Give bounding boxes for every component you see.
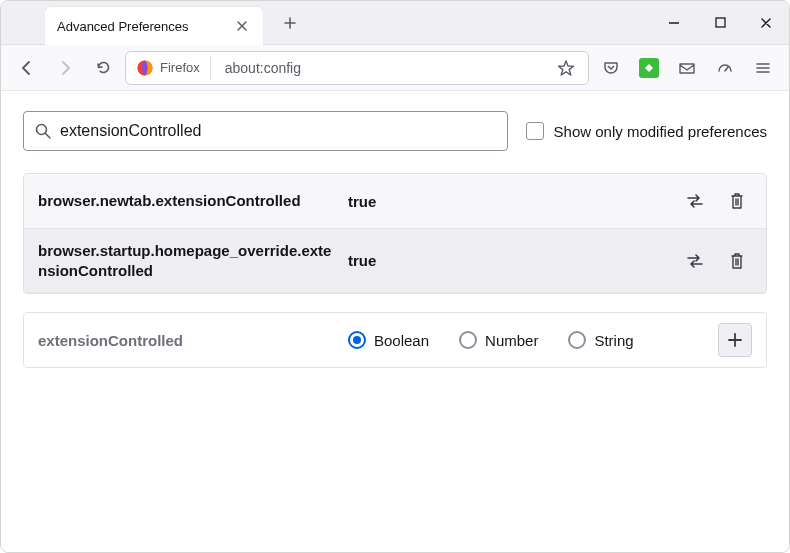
radio-label: Number (485, 332, 538, 349)
svg-rect-0 (716, 18, 725, 27)
radio-label: String (594, 332, 633, 349)
titlebar: Advanced Preferences (1, 1, 789, 45)
identity-label: Firefox (160, 60, 200, 75)
search-input[interactable] (60, 122, 497, 140)
back-button[interactable] (11, 52, 43, 84)
window-controls (651, 1, 789, 44)
firefox-logo-icon (136, 59, 154, 77)
config-page: Show only modified preferences browser.n… (1, 91, 789, 552)
search-box[interactable] (23, 111, 508, 151)
identity-box[interactable]: Firefox (132, 56, 211, 80)
pocket-icon[interactable] (595, 52, 627, 84)
bookmark-star-icon[interactable] (550, 52, 582, 84)
toggle-value-button[interactable] (680, 246, 710, 276)
minimize-button[interactable] (651, 1, 697, 45)
dashboard-icon[interactable] (709, 52, 741, 84)
app-menu-icon[interactable] (747, 52, 779, 84)
nav-toolbar: Firefox about:config (1, 45, 789, 91)
extension-green-icon[interactable] (633, 52, 665, 84)
reload-button[interactable] (87, 52, 119, 84)
type-number-radio[interactable]: Number (459, 331, 538, 349)
close-tab-icon[interactable] (233, 17, 251, 35)
type-string-radio[interactable]: String (568, 331, 633, 349)
inbox-icon[interactable] (671, 52, 703, 84)
close-window-button[interactable] (743, 1, 789, 45)
type-radio-group: Boolean Number String (348, 331, 708, 349)
forward-button[interactable] (49, 52, 81, 84)
pref-value: true (348, 252, 670, 269)
search-row: Show only modified preferences (23, 111, 767, 151)
pref-row[interactable]: browser.newtab.extensionControlled true (24, 174, 766, 229)
pref-name: browser.newtab.extensionControlled (38, 191, 338, 211)
delete-pref-button[interactable] (722, 246, 752, 276)
radio-icon (568, 331, 586, 349)
url-text: about:config (217, 60, 301, 76)
pref-actions (680, 246, 752, 276)
add-pref-button[interactable] (718, 323, 752, 357)
pref-name: browser.startup.homepage_override.extens… (38, 241, 338, 280)
pref-value: true (348, 193, 670, 210)
url-bar[interactable]: Firefox about:config (125, 51, 589, 85)
pref-table: browser.newtab.extensionControlled true … (23, 173, 767, 294)
add-pref-row: extensionControlled Boolean Number Strin… (23, 312, 767, 368)
pref-row[interactable]: browser.startup.homepage_override.extens… (24, 229, 766, 293)
new-pref-name: extensionControlled (38, 332, 338, 349)
new-tab-button[interactable] (275, 8, 305, 38)
app-window: Advanced Preferences (0, 0, 790, 553)
radio-label: Boolean (374, 332, 429, 349)
radio-icon (348, 331, 366, 349)
checkbox-icon (526, 122, 544, 140)
browser-tab[interactable]: Advanced Preferences (45, 7, 263, 45)
type-boolean-radio[interactable]: Boolean (348, 331, 429, 349)
toggle-value-button[interactable] (680, 186, 710, 216)
radio-icon (459, 331, 477, 349)
search-icon (34, 122, 52, 140)
pref-actions (680, 186, 752, 216)
show-modified-toggle[interactable]: Show only modified preferences (526, 122, 767, 140)
tab-title: Advanced Preferences (57, 19, 189, 34)
maximize-button[interactable] (697, 1, 743, 45)
show-modified-label: Show only modified preferences (554, 123, 767, 140)
delete-pref-button[interactable] (722, 186, 752, 216)
